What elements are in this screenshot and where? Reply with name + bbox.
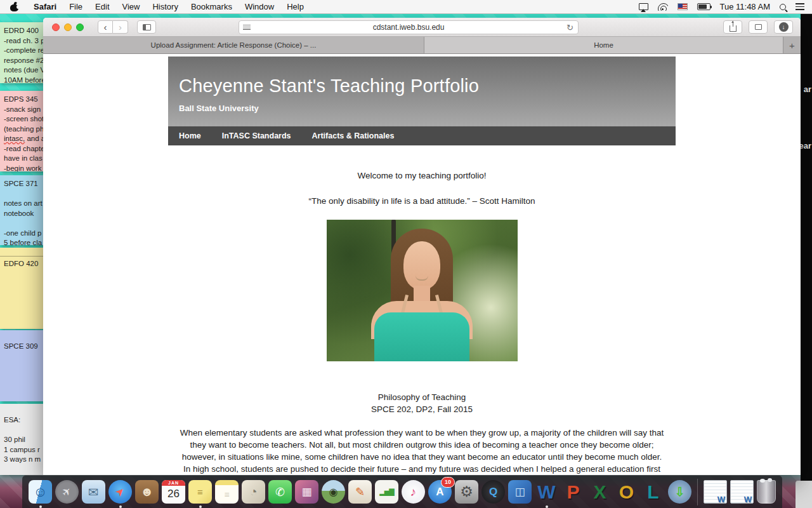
stickies-icon[interactable]: ≡ xyxy=(188,480,212,504)
sticky-line: EDPS 345 xyxy=(4,95,42,105)
sticky-note-edps-345[interactable]: EDPS 345-snack sign-screen shot(teaching… xyxy=(0,91,43,171)
menu-app-name[interactable]: Safari xyxy=(27,2,63,11)
background-window-text: ar xyxy=(804,84,811,94)
sticky-line: response #2 xyxy=(4,56,42,66)
calendar-day: 26 xyxy=(167,486,180,502)
stickies-column: EDRD 400-read ch. 3 p-complete rerespons… xyxy=(0,0,43,475)
menu-history[interactable]: History xyxy=(146,2,184,11)
safari-icon[interactable]: ➤ xyxy=(108,480,132,504)
pages-icon[interactable]: ✎ xyxy=(348,480,372,504)
menu-view[interactable]: View xyxy=(116,2,147,11)
sticky-line: 3 ways n m xyxy=(4,455,42,465)
menu-bar-clock[interactable]: Tue 11:48 AM xyxy=(720,2,771,11)
sticky-line: notes (due V xyxy=(4,65,42,76)
minimize-button[interactable] xyxy=(64,23,72,31)
downloads-icon: ↓ xyxy=(779,22,789,32)
sticky-line: 10AM before xyxy=(4,76,42,84)
quicktime-icon[interactable]: Q xyxy=(481,480,505,504)
notes-icon[interactable]: ≡ xyxy=(215,480,239,504)
sidebar-button[interactable] xyxy=(137,20,156,34)
app-store-icon[interactable]: A10 xyxy=(428,480,452,504)
battery-icon[interactable] xyxy=(697,3,710,10)
site-header: Cheyenne Stant's Teaching Portfolio Ball… xyxy=(168,57,676,126)
sticky-note-edrd-400[interactable]: EDRD 400-read ch. 3 p-complete rerespons… xyxy=(0,22,43,83)
quote-text: “The only disability in life is a bad at… xyxy=(168,196,676,206)
itunes-icon[interactable]: ♪ xyxy=(402,480,425,504)
numbers-icon[interactable]: ▂▅▇ xyxy=(375,480,398,504)
nav-home[interactable]: Home xyxy=(179,131,201,140)
sticky-line xyxy=(4,189,42,199)
portrait-photo xyxy=(327,220,518,361)
airplay-icon[interactable] xyxy=(639,3,648,10)
nav-artifacts-rationales[interactable]: Artifacts & Rationales xyxy=(312,131,395,140)
close-button[interactable] xyxy=(52,23,60,31)
facetime-icon[interactable]: ✆ xyxy=(268,480,292,504)
safari-window: ‹ › cdstant.iweb.bsu.edu ↻ ↓ Upload Assi… xyxy=(43,18,801,475)
launchpad-icon[interactable]: ✈ xyxy=(55,480,79,504)
nav-intasc-standards[interactable]: InTASC Standards xyxy=(222,131,291,140)
minimized-word-doc-2-icon[interactable]: W xyxy=(730,480,754,504)
menu-file[interactable]: File xyxy=(63,2,89,11)
mail-icon[interactable]: ✉ xyxy=(82,480,105,504)
share-button[interactable] xyxy=(723,20,742,34)
minimized-word-doc-1-icon[interactable]: W xyxy=(704,480,727,504)
menu-help[interactable]: Help xyxy=(280,2,310,11)
menu-window[interactable]: Window xyxy=(239,2,280,11)
wifi-icon[interactable] xyxy=(658,3,668,11)
system-preferences-icon[interactable]: ⚙ xyxy=(455,480,478,504)
word-icon[interactable]: W xyxy=(535,480,558,504)
sticky-line xyxy=(4,218,42,229)
powerpoint-icon[interactable]: P xyxy=(561,480,585,504)
sticky-note-esa[interactable]: ESA: 30 phil1 campus r3 ways n m xyxy=(0,404,43,475)
lync-icon[interactable]: L xyxy=(641,480,665,504)
photos-icon[interactable]: ◔ xyxy=(242,480,265,504)
back-button[interactable]: ‹ xyxy=(98,20,113,34)
sticky-note-spce-309[interactable]: SPCE 309 xyxy=(0,330,43,401)
sticky-line: -snack sign xyxy=(4,105,42,115)
dock: ☺✈✉➤☻JAN26≡≡◔✆▦◉✎▂▅▇♪A10⚙Q◫WPXOL⇩WW xyxy=(22,475,782,508)
tab-1[interactable]: Upload Assignment: Article Response (Cho… xyxy=(43,37,424,53)
sticky-line: EDFO 420 xyxy=(4,259,42,269)
site-nav: HomeInTASC StandardsArtifacts & Rational… xyxy=(168,126,676,145)
sticky-line: EDRD 400 xyxy=(4,26,42,36)
iphoto-icon[interactable]: ◉ xyxy=(322,480,345,504)
tab-2[interactable]: Home xyxy=(424,37,783,53)
downloads-button[interactable]: ↓ xyxy=(774,20,793,34)
tab-title: Home xyxy=(594,41,613,49)
tab-overview-button[interactable] xyxy=(749,20,768,34)
remote-desktop-icon[interactable]: ◫ xyxy=(508,480,532,504)
address-text: cdstant.iweb.bsu.edu xyxy=(251,23,566,32)
menu-edit[interactable]: Edit xyxy=(89,2,115,11)
finder-icon[interactable]: ☺ xyxy=(29,480,52,504)
apple-menu-icon[interactable] xyxy=(10,3,18,11)
notification-center-icon[interactable] xyxy=(796,3,804,10)
forward-button[interactable]: › xyxy=(113,20,128,34)
sticky-line: have in clas xyxy=(4,154,42,164)
sticky-line: -one child p xyxy=(4,229,42,239)
reader-icon[interactable] xyxy=(243,25,251,30)
calendar-icon[interactable]: JAN26 xyxy=(162,480,185,504)
contacts-icon[interactable]: ☻ xyxy=(135,480,159,504)
welcome-text: Welcome to my teaching portfolio! xyxy=(168,145,676,180)
trash-icon[interactable] xyxy=(757,480,776,504)
page-subtitle: Ball State University xyxy=(179,104,676,113)
photo-booth-icon[interactable]: ▦ xyxy=(295,480,318,504)
sticky-line: 1 campus r xyxy=(4,445,42,455)
new-tab-button[interactable]: + xyxy=(783,37,801,53)
refresh-icon[interactable]: ↻ xyxy=(566,23,573,32)
sticky-line: notebook xyxy=(4,209,42,219)
safari-toolbar: ‹ › cdstant.iweb.bsu.edu ↻ ↓ xyxy=(43,18,801,37)
menu-bookmarks[interactable]: Bookmarks xyxy=(185,2,239,11)
background-window-text: ear xyxy=(799,141,811,150)
outlook-icon[interactable]: O xyxy=(615,480,638,504)
downloads-tool-icon[interactable]: ⇩ xyxy=(668,480,691,504)
address-bar[interactable]: cdstant.iweb.bsu.edu ↻ xyxy=(239,20,579,34)
tab-title: Upload Assignment: Article Response (Cho… xyxy=(151,41,317,49)
zoom-button[interactable] xyxy=(76,23,84,31)
sticky-line: -read ch. 3 p xyxy=(4,36,42,46)
sticky-note-edfo-420[interactable]: EDFO 420 xyxy=(0,248,43,329)
excel-icon[interactable]: X xyxy=(588,480,612,504)
spotlight-icon[interactable] xyxy=(780,4,786,10)
keyboard-flag-icon[interactable] xyxy=(678,3,688,10)
sticky-note-spce-371[interactable]: SPCE 371 notes on artnotebook -one child… xyxy=(0,175,43,245)
